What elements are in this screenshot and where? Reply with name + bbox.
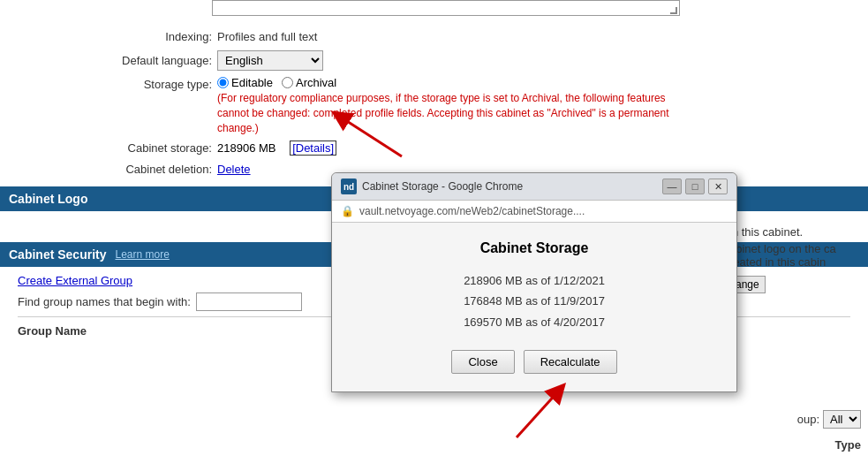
chrome-title: Cabinet Storage - Google Chrome: [362, 180, 523, 193]
storage-entry-2: 169570 MB as of 4/20/2017: [359, 312, 710, 332]
recalculate-button[interactable]: Recalculate: [524, 350, 617, 374]
chrome-title-left: nd Cabinet Storage - Google Chrome: [341, 179, 523, 194]
lock-icon: 🔒: [341, 205, 354, 217]
minimize-button[interactable]: —: [662, 179, 682, 194]
cabinet-storage-modal-title: Cabinet Storage: [359, 240, 710, 256]
chrome-titlebar: nd Cabinet Storage - Google Chrome — □ ✕: [332, 173, 736, 201]
maximize-button[interactable]: □: [685, 179, 705, 194]
chrome-window: nd Cabinet Storage - Google Chrome — □ ✕…: [331, 172, 737, 392]
storage-entry-0: 218906 MB as of 1/12/2021: [359, 270, 710, 291]
storage-entries: 218906 MB as of 1/12/2021 176848 MB as o…: [359, 270, 710, 332]
main-content: Indexing: Profiles and full text Default…: [0, 0, 868, 471]
modal-overlay: nd Cabinet Storage - Google Chrome — □ ✕…: [0, 0, 868, 471]
close-window-button[interactable]: ✕: [708, 179, 728, 194]
chrome-controls: — □ ✕: [662, 179, 728, 194]
chrome-addressbar: 🔒 vault.netvoyage.com/neWeb2/cabinetStor…: [332, 201, 736, 223]
storage-entry-1: 176848 MB as of 11/9/2017: [359, 291, 710, 311]
url-display: vault.netvoyage.com/neWeb2/cabinetStorag…: [359, 205, 585, 217]
close-button[interactable]: Close: [451, 350, 514, 374]
modal-buttons: Close Recalculate: [359, 350, 710, 374]
chrome-content: Cabinet Storage 218906 MB as of 1/12/202…: [332, 223, 736, 391]
nd-icon: nd: [341, 179, 357, 194]
